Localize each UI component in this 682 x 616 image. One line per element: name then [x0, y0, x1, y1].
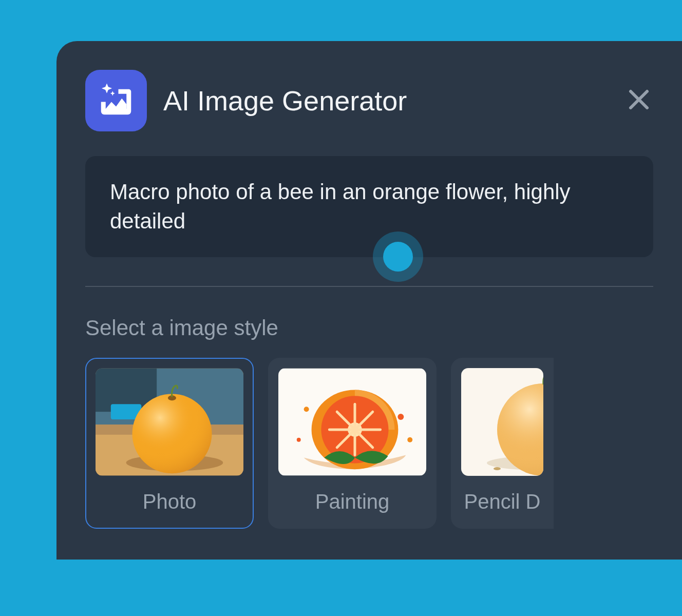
svg-point-19	[397, 414, 404, 420]
svg-point-9	[132, 394, 212, 474]
pointer-cursor-icon	[373, 232, 423, 282]
svg-point-20	[407, 437, 412, 442]
ai-image-generator-panel: AI Image Generator Macro photo of a bee …	[56, 41, 682, 560]
app-logo	[85, 70, 147, 131]
style-option-label: Photo	[96, 490, 243, 513]
style-thumb-pencil	[461, 368, 543, 476]
sparkle-image-icon	[98, 81, 135, 120]
style-option-photo[interactable]: Photo	[85, 358, 254, 529]
close-button[interactable]	[624, 86, 653, 115]
close-icon	[627, 87, 651, 114]
svg-point-22	[297, 438, 301, 442]
style-option-painting[interactable]: Painting	[268, 358, 437, 529]
style-thumb-photo	[96, 368, 243, 476]
svg-point-27	[494, 467, 501, 470]
prompt-text: Macro photo of a bee in an orange flower…	[110, 178, 629, 236]
divider	[85, 286, 653, 287]
style-options-row: Photo	[85, 358, 682, 529]
style-option-pencil[interactable]: Pencil D	[451, 358, 554, 529]
style-option-label: Painting	[278, 490, 426, 513]
panel-title: AI Image Generator	[163, 85, 608, 117]
panel-header: AI Image Generator	[85, 70, 682, 131]
prompt-input[interactable]: Macro photo of a bee in an orange flower…	[85, 156, 653, 257]
style-thumb-painting	[278, 368, 426, 476]
style-option-label: Pencil D	[461, 490, 543, 513]
svg-point-21	[304, 407, 309, 412]
style-section-label: Select a image style	[85, 316, 682, 340]
